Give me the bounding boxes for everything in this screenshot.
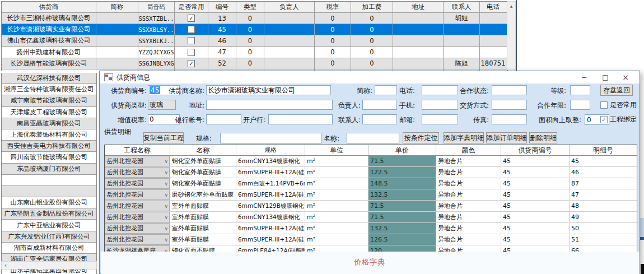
maximize-button[interactable]: □ — [597, 71, 614, 83]
locate-by-condition-button[interactable]: 按条件定位 — [403, 132, 439, 143]
grid-cell[interactable]: 45 — [501, 223, 570, 234]
grid-cell[interactable]: 49 — [570, 212, 637, 222]
grid-cell[interactable]: 6mmSUPER-III+12A(硅... — [236, 167, 305, 178]
project-combo-cell[interactable]: 岳州北控花园∨ — [105, 201, 170, 211]
spec-filter-input[interactable] — [220, 133, 321, 143]
grid-cell[interactable]: 异地合片 — [436, 189, 501, 200]
bank-branch-input[interactable] — [268, 114, 333, 124]
grid-cell[interactable]: m² — [305, 156, 368, 166]
price-cell[interactable]: 126.5 — [368, 234, 436, 245]
grid-cell[interactable]: m² — [305, 167, 368, 178]
grid-cell[interactable]: 室外单面贴膜 — [170, 212, 236, 222]
grid-cell[interactable]: 6mmSUPER-III+12A(硅... — [236, 223, 305, 234]
supplier-row[interactable]: 佛山市亿鑫玻璃科技有限公司FSSYXBLKJ...46000 — [2, 35, 507, 47]
is-common-checkbox[interactable]: 是否常用 — [600, 100, 637, 109]
grid-cell[interactable]: 异地合片 — [436, 212, 501, 222]
grid-cell[interactable]: m² — [305, 223, 368, 234]
left-list-item[interactable]: 咸宁南玻节能玻璃有限公司 — [2, 95, 96, 106]
grid-cell[interactable]: 45 — [501, 189, 570, 200]
grid-cell[interactable]: m² — [305, 234, 368, 245]
address-input[interactable] — [206, 100, 333, 110]
grid-cell[interactable]: 50 — [570, 223, 637, 234]
price-cell[interactable]: 71.5 — [368, 156, 436, 166]
price-cell[interactable]: 132.5 — [368, 189, 436, 200]
scroll-up-icon[interactable]: ▲ — [507, 2, 515, 10]
grid-row[interactable]: 岳州北控花园∨钢化室外单面贴膜6mmCNY134镀膜钢化m²71.5异地合片45… — [105, 156, 637, 167]
grade-input[interactable] — [570, 85, 590, 95]
vertical-scrollbar[interactable]: ▲ — [507, 1, 516, 70]
grid-cell[interactable]: 室外单面贴膜 — [170, 234, 236, 245]
grid-row[interactable]: 岳州北控花园∨钢化室外单面贴膜6mm白玻+1.14PVB+6mm...m²148… — [105, 178, 637, 189]
common-checkbox[interactable]: ✓ — [188, 60, 195, 67]
grid-cell[interactable]: 51 — [570, 234, 637, 245]
grid-cell[interactable]: 钢化室外单面贴膜 — [170, 178, 236, 189]
close-button[interactable]: × — [617, 71, 634, 83]
supplier-name-input[interactable] — [206, 85, 331, 95]
supplier-type-input[interactable]: 玻璃 — [148, 100, 176, 110]
grid-cell[interactable]: 45 — [501, 167, 570, 178]
grid-cell[interactable]: 异地合片 — [436, 178, 501, 189]
project-combo-cell[interactable]: 岳州北控花园∨ — [105, 156, 170, 166]
grid-cell[interactable]: m² — [305, 178, 368, 189]
left-list-item[interactable]: 南昌亚晶玻璃有限公司 — [2, 118, 96, 129]
common-checkbox[interactable] — [188, 37, 195, 44]
grid-cell[interactable]: 异地合片 — [436, 167, 501, 178]
horizontal-scrollbar[interactable]: ‹ — [1, 261, 97, 270]
grid-cell[interactable]: 47 — [570, 189, 637, 200]
grid-row[interactable]: 岳州北控花园∨室外单面贴膜6mmSUPER-III+12A(硅...m²126.… — [105, 234, 637, 245]
grid-cell[interactable]: 6mmCNY134镀膜钢化 — [236, 156, 305, 166]
coop-status-input[interactable] — [492, 85, 527, 95]
left-list-item[interactable]: 湖南百成新材料有限公司 — [2, 243, 96, 254]
minimize-button[interactable]: − — [576, 71, 592, 83]
grid-row[interactable]: 岳州北控花园∨磨砂钢化室外单面贴膜6mmSUPER-III+12A(硅...m²… — [105, 189, 637, 201]
grid-cell[interactable]: 6mmSUPER-III+12A(硅... — [236, 234, 305, 245]
add-dictionary-detail-button[interactable]: 添加字典明细 — [444, 132, 484, 143]
project-bind-checkbox[interactable]: ✓ 工程绑定 — [600, 115, 637, 124]
grid-row[interactable]: 岳州北控花园∨室外单面贴膜6mmCNY134镀膜钢化m²71.5异地合片4549 — [105, 212, 637, 223]
add-order-detail-button[interactable]: 添加订单明细 — [486, 132, 527, 143]
left-list-item[interactable] — [2, 186, 96, 197]
grid-cell[interactable]: 异地合片 — [436, 234, 501, 245]
grid-cell[interactable]: m² — [305, 212, 368, 222]
copy-current-project-button[interactable]: 复制当前工程 — [143, 132, 184, 143]
grid-row[interactable]: 岳州北控花园∨室外单面贴膜6mmSUPER-III+12A(硅...m²132.… — [105, 223, 637, 234]
grid-cell[interactable]: 46 — [570, 167, 637, 178]
common-checkbox[interactable] — [188, 49, 195, 56]
left-list-item[interactable]: 天津耀皮工程玻璃有限公司 — [2, 107, 96, 118]
price-cell[interactable]: 132.5 — [368, 223, 436, 234]
project-combo-cell[interactable]: 岳州北控花园∨ — [105, 178, 170, 189]
left-list-item[interactable]: 东晶玻璃厦门有限公司 — [2, 164, 96, 175]
dialog-titlebar[interactable]: 供货商信息 − □ × — [100, 71, 640, 83]
grid-cell[interactable]: 45 — [570, 156, 637, 166]
project-combo-cell[interactable]: 岳州北控花园∨ — [105, 167, 170, 178]
left-list-item[interactable]: 西安佳吉美电力科技有限公司 — [2, 141, 96, 152]
left-list-item[interactable]: 广东中亚铝业有限公司 — [2, 220, 96, 231]
supplier-row[interactable]: 长沙市潇湘玻璃实业有限公司CSSXXBLSY...45000 — [2, 24, 507, 35]
price-cell[interactable]: 122.5 — [368, 167, 436, 178]
left-list-item[interactable]: 广东兴发铝业(江西)有限公司 — [2, 231, 96, 243]
common-checkbox[interactable] — [188, 26, 195, 33]
grid-cell[interactable]: 磨砂钢化室外单面贴膜 — [170, 189, 236, 200]
left-list-item[interactable]: 上海优泰装饰材料有限公司 — [2, 129, 96, 141]
grid-cell[interactable]: 6mm白玻+1.14PVB+6mm... — [236, 178, 305, 189]
grid-cell[interactable]: 45 — [501, 234, 570, 245]
scroll-left-icon[interactable]: ‹ — [2, 262, 10, 269]
project-combo-cell[interactable]: 岳州北控花园∨ — [105, 234, 170, 245]
grid-cell[interactable]: 6mmCNY134镀膜钢化 — [236, 212, 305, 222]
grid-cell[interactable]: m² — [305, 189, 368, 200]
grid-cell[interactable]: 6mmSUPER-III+12A(硅... — [236, 189, 305, 200]
grid-cell[interactable]: 6mmCNY129B镀膜钢化 — [236, 201, 305, 211]
grid-cell[interactable]: 室外单面贴膜 — [170, 223, 236, 234]
grid-cell[interactable]: 钢化室外单面贴膜 — [170, 156, 236, 166]
grid-cell[interactable]: 45 — [501, 156, 570, 166]
project-combo-cell[interactable]: 岳州北控花园∨ — [105, 189, 170, 200]
coop-years-input[interactable] — [570, 100, 590, 110]
left-list-item[interactable]: 山东南山铝业股份有限公司 — [2, 197, 96, 208]
delivery-method-input[interactable] — [492, 100, 527, 110]
save-return-button[interactable]: 存盘返回 — [600, 85, 633, 96]
left-list-item[interactable]: 广东坚朗五金制品股份有限公司 — [2, 208, 96, 220]
price-cell[interactable]: 71.5 — [368, 212, 436, 222]
grid-cell[interactable]: 钢化室外单面贴膜 — [170, 167, 236, 178]
grid-cell[interactable]: 48 — [570, 201, 637, 211]
left-list-item[interactable] — [2, 175, 96, 186]
